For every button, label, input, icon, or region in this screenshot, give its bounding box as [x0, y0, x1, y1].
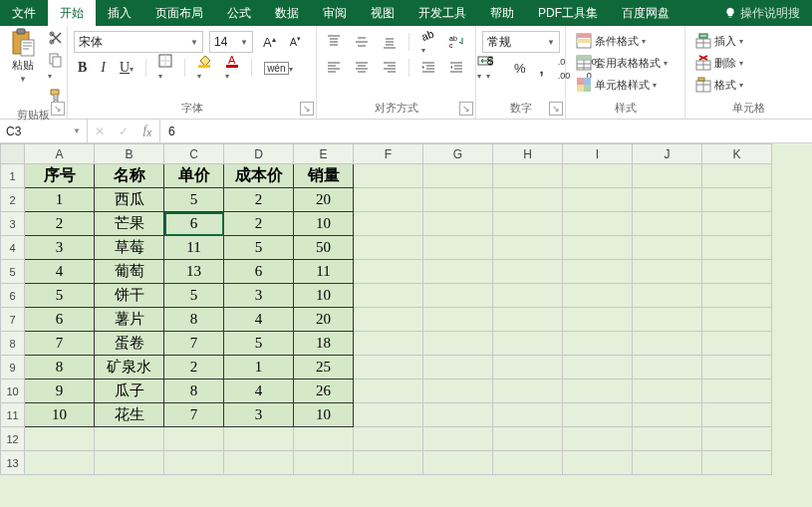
align-bottom-button[interactable] [379, 33, 401, 51]
alignment-dialog-launcher[interactable]: ↘ [459, 102, 473, 116]
cell-K1[interactable] [702, 164, 772, 188]
cell-E11[interactable]: 10 [294, 403, 354, 427]
cell-D5[interactable]: 6 [224, 260, 294, 284]
cell-J7[interactable] [633, 308, 702, 332]
conditional-format-button[interactable]: 条件格式 ▾ [572, 31, 650, 51]
cell-E4[interactable]: 50 [294, 236, 354, 260]
cell-D4[interactable]: 5 [224, 236, 294, 260]
underline-button[interactable]: U▾ [116, 58, 137, 78]
row-header-7[interactable]: 7 [1, 308, 25, 332]
cancel-formula-button[interactable]: ✕ [88, 125, 112, 138]
cell-E9[interactable]: 25 [294, 356, 354, 380]
cell-G4[interactable] [423, 236, 493, 260]
cell-A13[interactable] [25, 451, 95, 475]
cell-G11[interactable] [423, 403, 493, 427]
insert-function-button[interactable]: fx [135, 123, 159, 138]
cell-A9[interactable]: 8 [25, 356, 95, 380]
cell-B10[interactable]: 瓜子 [95, 380, 164, 403]
cell-F3[interactable] [354, 212, 423, 236]
cell-H10[interactable] [493, 380, 563, 403]
tab-插入[interactable]: 插入 [96, 0, 143, 26]
cell-H7[interactable] [493, 308, 563, 332]
cell-E1[interactable]: 销量 [294, 164, 354, 188]
delete-cells-button[interactable]: 删除 ▾ [691, 53, 747, 73]
cell-K6[interactable] [702, 284, 772, 308]
cell-J2[interactable] [633, 188, 702, 212]
cell-B7[interactable]: 薯片 [95, 308, 164, 332]
cell-J10[interactable] [633, 380, 702, 403]
format-cells-button[interactable]: 格式 ▾ [691, 75, 747, 95]
fill-color-button[interactable]: ▾ [193, 52, 215, 84]
row-header-5[interactable]: 5 [1, 260, 25, 284]
shrink-font-button[interactable]: A▾ [286, 33, 305, 51]
align-left-button[interactable] [323, 59, 345, 77]
cell-B4[interactable]: 草莓 [95, 236, 164, 260]
align-right-button[interactable] [379, 59, 401, 77]
cell-C6[interactable]: 5 [164, 284, 224, 308]
insert-cells-button[interactable]: 插入 ▾ [691, 31, 747, 51]
cell-I1[interactable] [563, 164, 633, 188]
tab-开始[interactable]: 开始 [48, 0, 96, 26]
tab-PDF工具集[interactable]: PDF工具集 [526, 0, 610, 26]
orientation-button[interactable]: ab▾ [417, 26, 439, 58]
cell-D12[interactable] [224, 427, 294, 451]
cell-B12[interactable] [95, 427, 164, 451]
cell-F7[interactable] [354, 308, 423, 332]
cell-K11[interactable] [702, 403, 772, 427]
cell-E13[interactable] [294, 451, 354, 475]
cell-G10[interactable] [423, 380, 493, 403]
cell-G13[interactable] [423, 451, 493, 475]
cell-I3[interactable] [563, 212, 633, 236]
dec-indent-button[interactable] [417, 59, 439, 77]
cell-K9[interactable] [702, 356, 772, 380]
cell-I4[interactable] [563, 236, 633, 260]
cell-C1[interactable]: 单价 [164, 164, 224, 188]
cell-J1[interactable] [633, 164, 702, 188]
cell-I10[interactable] [563, 380, 633, 403]
col-header-A[interactable]: A [25, 144, 95, 164]
cell-C9[interactable]: 2 [164, 356, 224, 380]
cell-D2[interactable]: 2 [224, 188, 294, 212]
row-header-9[interactable]: 9 [1, 356, 25, 380]
cell-F11[interactable] [354, 403, 423, 427]
cell-D11[interactable]: 3 [224, 403, 294, 427]
cell-K3[interactable] [702, 212, 772, 236]
col-header-B[interactable]: B [95, 144, 164, 164]
cell-B13[interactable] [95, 451, 164, 475]
row-header-3[interactable]: 3 [1, 212, 25, 236]
tab-页面布局[interactable]: 页面布局 [143, 0, 215, 26]
cell-G8[interactable] [423, 332, 493, 356]
cell-I11[interactable] [563, 403, 633, 427]
cell-G3[interactable] [423, 212, 493, 236]
cell-H3[interactable] [493, 212, 563, 236]
inc-indent-button[interactable] [445, 59, 467, 77]
cell-J3[interactable] [633, 212, 702, 236]
cell-F6[interactable] [354, 284, 423, 308]
tab-开发工具[interactable]: 开发工具 [406, 0, 478, 26]
cell-K7[interactable] [702, 308, 772, 332]
cell-F9[interactable] [354, 356, 423, 380]
cell-F1[interactable] [354, 164, 423, 188]
font-color-button[interactable]: A▾ [221, 52, 243, 84]
row-header-13[interactable]: 13 [1, 451, 25, 475]
cell-J8[interactable] [633, 332, 702, 356]
cell-K8[interactable] [702, 332, 772, 356]
col-header-E[interactable]: E [294, 144, 354, 164]
row-header-8[interactable]: 8 [1, 332, 25, 356]
cell-A3[interactable]: 2 [25, 212, 95, 236]
cell-C12[interactable] [164, 427, 224, 451]
cell-J9[interactable] [633, 356, 702, 380]
cell-C8[interactable]: 7 [164, 332, 224, 356]
tab-file[interactable]: 文件 [0, 0, 48, 26]
align-middle-button[interactable] [351, 33, 373, 51]
cell-H6[interactable] [493, 284, 563, 308]
tab-视图[interactable]: 视图 [359, 0, 406, 26]
grow-font-button[interactable]: A▴ [259, 32, 280, 51]
col-header-K[interactable]: K [702, 144, 772, 164]
worksheet-grid[interactable]: ABCDEFGHIJK1序号名称单价成本价销量21西瓜522032芒果62104… [0, 143, 812, 507]
tell-me[interactable]: 操作说明搜 [712, 0, 812, 26]
cell-A4[interactable]: 3 [25, 236, 95, 260]
formula-input[interactable]: 6 [160, 120, 812, 142]
cell-I13[interactable] [563, 451, 633, 475]
cell-E3[interactable]: 10 [294, 212, 354, 236]
